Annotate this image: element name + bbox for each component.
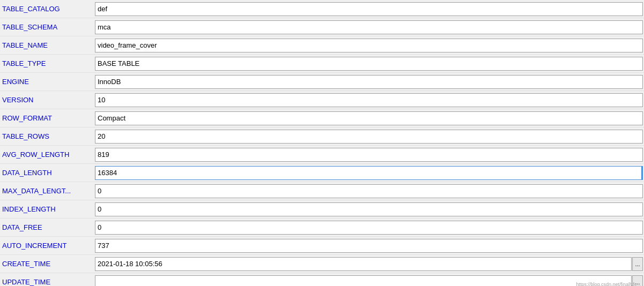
form-row-table-name: TABLE_NAME (0, 36, 644, 55)
label-index-length: INDEX_LENGTH (0, 203, 94, 215)
input-create-time[interactable] (95, 257, 632, 271)
label-version: VERSION (0, 94, 94, 106)
label-row-format: ROW_FORMAT (0, 112, 94, 124)
input-index-length[interactable] (95, 202, 643, 216)
input-table-schema[interactable] (95, 20, 643, 34)
form-row-table-rows: TABLE_ROWS (0, 127, 644, 146)
form-row-avg-row-length: AVG_ROW_LENGTH (0, 146, 644, 164)
input-avg-row-length[interactable] (95, 148, 643, 162)
input-wrapper-update-time: ...https://blog.csdn.net/finallyfc... (94, 274, 644, 287)
input-table-rows[interactable] (95, 130, 643, 144)
input-wrapper-table-schema (94, 19, 644, 35)
input-wrapper-version (94, 92, 644, 108)
input-table-catalog[interactable] (95, 2, 643, 16)
input-with-btn-create-time: ... (95, 257, 643, 271)
input-row-format[interactable] (95, 111, 643, 125)
input-table-name[interactable] (95, 39, 643, 52)
input-with-btn-update-time: ...https://blog.csdn.net/finallyfc... (95, 275, 643, 287)
form-row-version: VERSION (0, 91, 644, 109)
form-row-table-schema: TABLE_SCHEMA (0, 18, 644, 36)
label-create-time: CREATE_TIME (0, 258, 94, 270)
form-row-data-free: DATA_FREE (0, 219, 644, 237)
input-wrapper-index-length (94, 201, 644, 217)
label-update-time: UPDATE_TIME (0, 276, 94, 286)
input-engine[interactable] (95, 75, 643, 89)
input-wrapper-data-free (94, 220, 644, 236)
input-wrapper-create-time: ... (94, 256, 644, 272)
form-row-data-length: DATA_LENGTH (0, 164, 644, 182)
label-table-type: TABLE_TYPE (0, 57, 94, 70)
form-row-table-type: TABLE_TYPE (0, 55, 644, 73)
input-auto-increment[interactable] (95, 239, 643, 253)
input-wrapper-table-type (94, 56, 644, 72)
input-data-free[interactable] (95, 221, 643, 235)
form-row-max-data-length: MAX_DATA_LENGT... (0, 182, 644, 200)
label-engine: ENGINE (0, 76, 94, 88)
form-row-engine: ENGINE (0, 73, 644, 91)
label-data-free: DATA_FREE (0, 221, 94, 234)
form-row-update-time: UPDATE_TIME...https://blog.csdn.net/fina… (0, 273, 644, 286)
form-row-index-length: INDEX_LENGTH (0, 200, 644, 219)
label-table-name: TABLE_NAME (0, 39, 94, 51)
input-table-type[interactable] (95, 57, 643, 71)
form-row-row-format: ROW_FORMAT (0, 109, 644, 127)
label-max-data-length: MAX_DATA_LENGT... (0, 185, 94, 197)
form-row-auto-increment: AUTO_INCREMENT (0, 237, 644, 255)
input-wrapper-data-length (94, 165, 644, 181)
input-wrapper-auto-increment (94, 238, 644, 254)
input-wrapper-engine (94, 74, 644, 90)
input-update-time[interactable] (95, 275, 632, 287)
form-row-create-time: CREATE_TIME... (0, 255, 644, 273)
input-version[interactable] (95, 93, 643, 107)
label-avg-row-length: AVG_ROW_LENGTH (0, 148, 94, 161)
input-wrapper-table-name (94, 37, 644, 54)
label-table-schema: TABLE_SCHEMA (0, 21, 94, 33)
input-max-data-length[interactable] (95, 184, 643, 198)
form-row-table-catalog: TABLE_CATALOG (0, 0, 644, 18)
btn-create-time[interactable]: ... (632, 257, 643, 271)
input-data-length[interactable] (95, 166, 643, 180)
input-wrapper-table-rows (94, 129, 644, 145)
label-auto-increment: AUTO_INCREMENT (0, 239, 94, 252)
btn-update-time[interactable]: ... (632, 275, 643, 287)
form-container: TABLE_CATALOGTABLE_SCHEMATABLE_NAMETABLE… (0, 0, 644, 286)
input-wrapper-avg-row-length (94, 147, 644, 163)
label-table-rows: TABLE_ROWS (0, 130, 94, 142)
input-wrapper-row-format (94, 110, 644, 126)
label-table-catalog: TABLE_CATALOG (0, 3, 94, 15)
input-wrapper-max-data-length (94, 183, 644, 199)
input-wrapper-table-catalog (94, 1, 644, 17)
label-data-length: DATA_LENGTH (0, 167, 94, 179)
